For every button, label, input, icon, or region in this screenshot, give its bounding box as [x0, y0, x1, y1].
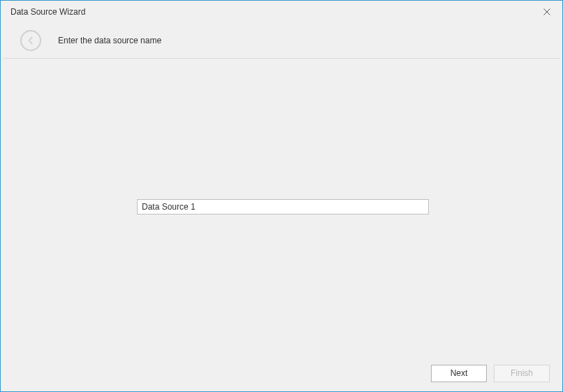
content-area — [1, 59, 562, 355]
close-button[interactable] — [540, 5, 554, 19]
data-source-name-input[interactable] — [137, 199, 429, 215]
next-button[interactable]: Next — [431, 365, 487, 382]
wizard-footer: Next Finish — [1, 355, 562, 391]
wizard-header: Enter the data source name — [1, 23, 562, 58]
close-icon — [543, 8, 550, 15]
wizard-window: Data Source Wizard Enter the data source… — [0, 0, 563, 392]
back-button — [20, 30, 41, 51]
window-title: Data Source Wizard — [10, 7, 85, 17]
titlebar: Data Source Wizard — [1, 1, 562, 23]
arrow-left-icon — [26, 36, 36, 45]
instruction-text: Enter the data source name — [58, 36, 161, 45]
finish-button: Finish — [494, 365, 550, 382]
